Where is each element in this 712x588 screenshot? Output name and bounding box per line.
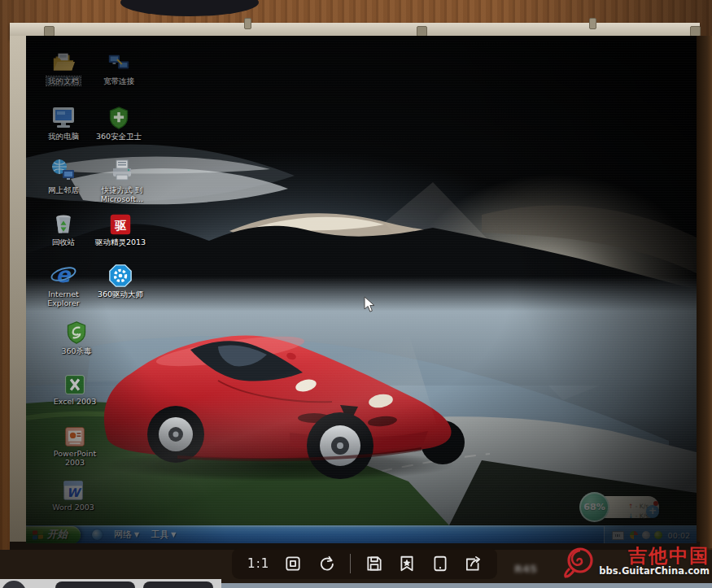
icon-label: 快捷方式 到 Microsoft... (86, 185, 158, 203)
icon-label: 驱动精灵2013 (94, 237, 147, 246)
bottom-ui-strip-left (0, 579, 221, 588)
icon-label: 360杀毒 (59, 346, 93, 355)
device-frame-icon (431, 555, 449, 573)
notification-dot (653, 501, 658, 506)
desktop-icon-shortcut-to-microsoft[interactable]: 快捷方式 到 Microsoft... (86, 156, 158, 203)
desktop-icon-internet-explorer[interactable]: e Internet Explorer (36, 260, 91, 307)
toolbar-divider (350, 554, 351, 573)
icon-label: Word 2003 (50, 503, 96, 512)
my-documents-icon (51, 47, 76, 75)
desktop-icon-excel-2003[interactable]: Excel 2003 (46, 368, 104, 406)
excel-icon (64, 368, 85, 395)
tray-clock[interactable]: 00:02 (668, 531, 690, 540)
broadband-connection-icon (107, 47, 131, 75)
bottom-button[interactable] (55, 581, 135, 588)
icon-label: 网上邻居 (46, 185, 81, 194)
crop-icon (284, 555, 302, 573)
image-viewer-toolbar: 1:1 (232, 548, 497, 579)
network-places-icon (50, 156, 76, 184)
desktop-icon-recycle-bin[interactable]: 回收站 (36, 208, 91, 246)
share-button[interactable] (464, 555, 482, 573)
svg-text:e: e (56, 262, 72, 287)
desktop-icon-network-places[interactable]: 网上邻居 (36, 156, 91, 194)
driver-genius-icon: 驱 (109, 208, 132, 236)
download-arrow-icon: ↓ (628, 512, 633, 520)
background-object (120, 0, 259, 16)
menu-label: 网络 (114, 529, 132, 541)
bezel-peg (589, 18, 596, 29)
guitarchina-logo-icon (563, 544, 596, 578)
frame-button[interactable] (431, 555, 449, 573)
watermark-title: 吉他中国 (628, 547, 710, 565)
desktop-icon-360-antivirus[interactable]: 360杀毒 (49, 317, 104, 355)
taskbar-menu-tools[interactable]: 工具 ▼ (151, 529, 176, 541)
icon-label: 我的文档 (46, 76, 81, 85)
360-driver-master-icon (108, 260, 133, 288)
laptop-model-label: R45 (514, 563, 537, 575)
icon-label: Excel 2003 (52, 397, 98, 406)
bottom-circle-button[interactable] (2, 581, 26, 588)
internet-explorer-icon: e (50, 260, 77, 288)
rotate-button[interactable] (317, 555, 335, 573)
share-icon (464, 555, 482, 573)
volume-tray-icon[interactable] (642, 531, 650, 539)
favorite-button[interactable] (398, 555, 416, 573)
memory-percent-ball[interactable]: 68% (579, 492, 609, 522)
start-label: 开始 (47, 528, 68, 542)
laptop-left-bezel (10, 36, 26, 548)
crop-button[interactable] (284, 555, 302, 573)
accelerate-plus-button[interactable]: + (646, 505, 659, 518)
chevron-down-icon: ▼ (134, 531, 139, 538)
taskbar-menu-network[interactable]: 网络 ▼ (114, 529, 139, 541)
bottom-ui-strip-right (221, 583, 712, 588)
icon-label: 我的电脑 (46, 132, 81, 141)
desktop-icon-360-driver-master[interactable]: 360驱动大师 (85, 260, 156, 298)
my-computer-icon (50, 102, 76, 130)
360-antivirus-icon (65, 317, 88, 345)
windows-logo-icon (33, 529, 43, 539)
mouse-cursor (364, 296, 376, 313)
system-tray: 00:02 (604, 526, 697, 543)
360-speed-float-widget[interactable]: ↑ - K/s ↓ - K/s + 68% (579, 491, 661, 524)
360-safe-guard-icon (107, 102, 130, 130)
input-method-icon[interactable] (612, 531, 624, 540)
start-button[interactable]: 开始 (26, 526, 81, 544)
security-tray-icon[interactable] (630, 531, 638, 539)
desktop-icon-broadband-connection[interactable]: 宽带连接 (90, 47, 148, 85)
save-icon (365, 555, 383, 573)
recycle-bin-icon (52, 208, 75, 236)
icon-label: 360安全卫士 (94, 132, 143, 141)
favorite-star-icon (398, 555, 416, 573)
word-icon: W (63, 473, 84, 501)
bottom-button[interactable] (143, 581, 213, 588)
desktop-icon-word-2003[interactable]: W Word 2003 (44, 473, 103, 512)
icon-label: 回收站 (50, 237, 77, 246)
icon-label: 宽带连接 (102, 76, 136, 85)
desktop-icon-my-documents[interactable]: 我的文档 (36, 47, 91, 85)
desktop-icon-powerpoint-2003[interactable]: PowerPoint 2003 (44, 420, 106, 467)
quick-launch-icon[interactable] (92, 529, 103, 540)
icon-label: Internet Explorer (36, 290, 91, 307)
desktop-icon-my-computer[interactable]: 我的电脑 (36, 102, 91, 141)
upload-arrow-icon: ↑ (628, 503, 633, 510)
menu-label: 工具 (151, 529, 168, 541)
bezel-peg (244, 18, 251, 29)
photo-of-laptop: 我的文档 宽带连接 我的电脑 360安全卫士 网上邻居 快捷方式 到 Micro… (0, 0, 712, 588)
chevron-down-icon: ▼ (171, 531, 176, 538)
zoom-1-1-button[interactable]: 1:1 (247, 556, 269, 571)
watermark-text: 吉他中国 bbs.GuitarChina.com (599, 547, 710, 577)
desktop-icon-360-safe-guard[interactable]: 360安全卫士 (86, 102, 151, 141)
360-tray-icon[interactable] (654, 531, 662, 539)
watermark: 吉他中国 bbs.GuitarChina.com (563, 544, 710, 578)
desktop-icon-driver-genius-2013[interactable]: 驱 驱动精灵2013 (85, 208, 156, 246)
powerpoint-icon (64, 420, 85, 447)
save-button[interactable] (365, 555, 383, 573)
laptop-right-bezel (697, 36, 712, 548)
laptop-screen: 我的文档 宽带连接 我的电脑 360安全卫士 网上邻居 快捷方式 到 Micro… (26, 36, 697, 543)
rotate-icon (317, 555, 335, 573)
watermark-url: bbs.GuitarChina.com (599, 567, 710, 577)
icon-label: 360驱动大师 (96, 290, 145, 298)
taskbar: 开始 网络 ▼ 工具 ▼ 00:02 (26, 525, 697, 543)
printer-icon (109, 156, 135, 184)
svg-text:驱: 驱 (114, 219, 126, 232)
